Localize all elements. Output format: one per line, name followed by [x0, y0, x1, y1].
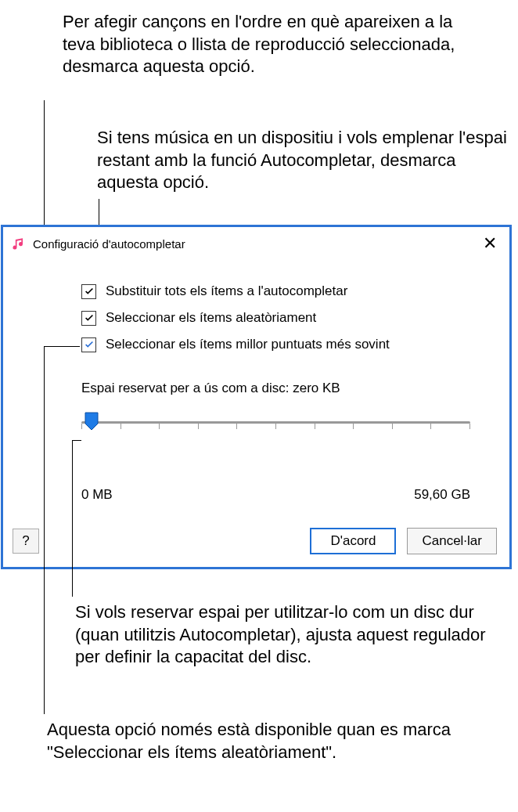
callout-higher-rated: Aquesta opció només està disponible quan… [47, 719, 485, 763]
music-app-icon [11, 236, 27, 251]
slider-thumb[interactable] [85, 412, 99, 431]
reserved-space-slider[interactable] [81, 407, 470, 446]
help-button[interactable]: ? [13, 529, 39, 554]
dialog-title: Configuració d'autocompletar [33, 237, 185, 251]
option-label: Seleccionar els ítems aleatòriament [106, 310, 316, 326]
dialog-body: Substituir tots els ítems a l'autocomple… [3, 260, 509, 518]
callout-slider: Si vols reservar espai per utilitzar-lo … [75, 601, 509, 669]
option-higher-rated[interactable]: Seleccionar els ítems millor puntuats mé… [81, 337, 470, 352]
checkbox-replace-all[interactable] [81, 284, 96, 299]
dialog-titlebar: Configuració d'autocompletar ✕ [3, 227, 509, 260]
dialog-footer: ? D'acord Cancel·lar [3, 518, 509, 567]
option-random[interactable]: Seleccionar els ítems aleatòriament [81, 310, 470, 326]
autofill-settings-dialog: Configuració d'autocompletar ✕ Substitui… [1, 225, 512, 569]
cancel-button[interactable]: Cancel·lar [407, 528, 497, 554]
callout-line [72, 440, 81, 441]
slider-min-label: 0 MB [81, 487, 113, 503]
callout-replace-all: Si tens música en un dispositiu i vols e… [97, 127, 512, 194]
slider-max-label: 59,60 GB [414, 487, 470, 503]
option-label: Seleccionar els ítems millor puntuats mé… [106, 337, 390, 352]
reserved-space-label: Espai reservat per a ús com a disc: zero… [81, 381, 470, 396]
callout-random-order: Per afegir cançons en l'ordre en què apa… [63, 11, 469, 78]
slider-ticks [81, 424, 470, 431]
callout-line [44, 346, 80, 347]
option-replace-all[interactable]: Substituir tots els ítems a l'autocomple… [81, 283, 470, 299]
checkbox-higher-rated[interactable] [81, 337, 96, 352]
callout-line [44, 346, 45, 714]
slider-range-labels: 0 MB 59,60 GB [81, 487, 470, 503]
option-label: Substituir tots els ítems a l'autocomple… [106, 283, 347, 299]
callout-line [72, 440, 73, 597]
ok-button[interactable]: D'acord [310, 528, 396, 554]
checkbox-random[interactable] [81, 311, 96, 326]
close-icon[interactable]: ✕ [478, 232, 502, 255]
